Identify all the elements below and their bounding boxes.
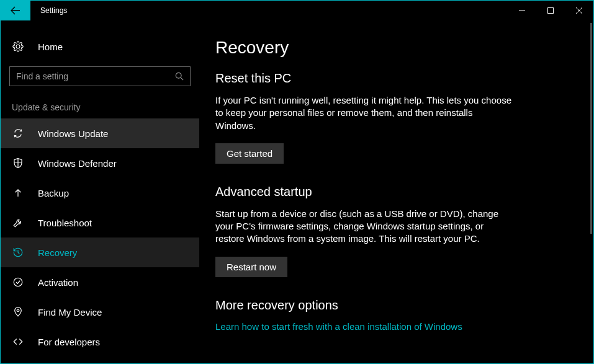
minimize-button[interactable]	[508, 1, 536, 20]
sidebar-item-for-developers[interactable]: For developers	[1, 327, 199, 357]
sidebar: Home Update & security Windows Update	[1, 20, 199, 363]
sync-icon	[12, 127, 24, 140]
sidebar-item-backup[interactable]: Backup	[1, 178, 199, 208]
sidebar-item-troubleshoot[interactable]: Troubleshoot	[1, 208, 199, 237]
back-button[interactable]	[1, 1, 30, 20]
sidebar-nav-list: Windows Update Windows Defender Backup T…	[1, 118, 199, 357]
svg-point-3	[17, 309, 19, 312]
window-title: Settings	[30, 1, 67, 20]
location-icon	[12, 306, 24, 318]
close-button[interactable]	[565, 1, 593, 20]
maximize-icon	[547, 7, 554, 14]
advanced-heading: Advanced startup	[215, 185, 513, 199]
search-box[interactable]	[9, 66, 191, 86]
svg-point-1	[176, 73, 181, 78]
maximize-button[interactable]	[536, 1, 565, 20]
get-started-button[interactable]: Get started	[215, 143, 284, 164]
sidebar-item-label: Find My Device	[38, 307, 102, 317]
sidebar-item-label: Backup	[38, 188, 69, 198]
sidebar-section-label: Update & security	[1, 97, 199, 118]
sidebar-item-label: Activation	[38, 277, 78, 288]
section-advanced-startup: Advanced startup Start up from a device …	[215, 185, 513, 277]
sidebar-item-recovery[interactable]: Recovery	[1, 237, 199, 267]
window-controls	[508, 1, 593, 20]
svg-point-2	[14, 278, 22, 286]
sidebar-item-label: Recovery	[38, 247, 77, 258]
titlebar-drag-area[interactable]	[67, 1, 508, 20]
history-icon	[12, 246, 24, 259]
home-nav[interactable]: Home	[1, 33, 199, 60]
section-more-recovery: More recovery options Learn how to start…	[215, 298, 513, 332]
check-circle-icon	[12, 276, 24, 288]
sidebar-item-label: For developers	[38, 337, 100, 347]
fresh-install-link[interactable]: Learn how to start fresh with a clean in…	[215, 321, 462, 332]
search-input[interactable]	[16, 71, 175, 81]
svg-rect-0	[548, 8, 554, 14]
sidebar-item-windows-update[interactable]: Windows Update	[1, 118, 199, 148]
wrench-icon	[12, 216, 24, 229]
sidebar-item-label: Windows Defender	[38, 158, 117, 169]
sidebar-item-label: Windows Update	[38, 128, 108, 139]
restart-now-button[interactable]: Restart now	[215, 257, 287, 277]
section-reset-pc: Reset this PC If your PC isn't running w…	[215, 71, 513, 164]
search-icon	[175, 72, 184, 81]
more-heading: More recovery options	[215, 298, 513, 313]
arrow-up-icon	[12, 187, 24, 199]
shield-icon	[12, 157, 24, 169]
close-icon	[576, 7, 582, 14]
advanced-description: Start up from a device or disc (such as …	[215, 208, 513, 246]
sidebar-item-activation[interactable]: Activation	[1, 267, 199, 297]
sidebar-item-find-my-device[interactable]: Find My Device	[1, 297, 199, 327]
scrollbar[interactable]	[590, 23, 592, 234]
reset-description: If your PC isn't running well, resetting…	[215, 94, 513, 132]
reset-heading: Reset this PC	[215, 71, 513, 86]
sidebar-item-windows-defender[interactable]: Windows Defender	[1, 148, 199, 178]
page-title: Recovery	[215, 38, 581, 58]
titlebar: Settings	[1, 1, 593, 20]
arrow-left-icon	[11, 6, 20, 16]
sidebar-item-label: Troubleshoot	[38, 218, 92, 228]
content-pane: Recovery Reset this PC If your PC isn't …	[199, 20, 593, 363]
gear-icon	[12, 40, 24, 53]
minimize-icon	[519, 7, 525, 14]
home-label: Home	[38, 42, 63, 52]
code-icon	[12, 335, 24, 348]
